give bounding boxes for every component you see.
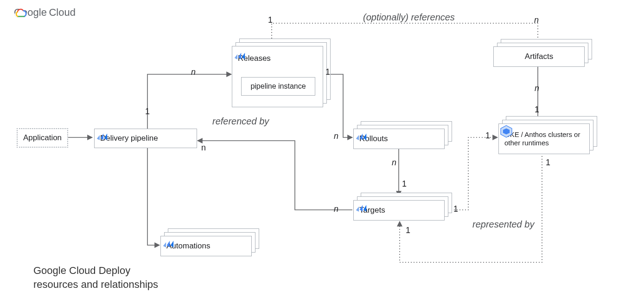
card-gke-top-one: 1 <box>535 105 539 115</box>
card-gke-bottom-one: 1 <box>546 158 550 168</box>
card-gke-left-one: 1 <box>485 131 490 141</box>
delivery-pipeline-icon <box>95 129 109 144</box>
card-dp-right-n: n <box>201 143 206 153</box>
kubernetes-icon <box>499 124 514 139</box>
edge-label-represented-by: represented by <box>472 219 534 230</box>
edge-label-opt-references: (optionally) references <box>363 12 455 23</box>
edge-label-referenced-by: referenced by <box>212 116 269 127</box>
card-targets-top-one: 1 <box>402 179 407 189</box>
node-pipeline-instance-label: pipeline instance <box>250 82 306 91</box>
automations-icon <box>161 236 176 251</box>
node-application: Application <box>17 128 68 148</box>
cloud-logo-icon <box>14 6 27 18</box>
card-rollouts-left-n: n <box>334 131 338 141</box>
card-targets-left-n: n <box>334 204 338 214</box>
node-automations: Automations <box>160 236 252 256</box>
card-rollouts-n-down: n <box>392 158 396 168</box>
card-releases-top-one: 1 <box>268 15 273 25</box>
node-releases: Releases <box>232 46 323 107</box>
card-releases-right-one: 1 <box>325 67 330 77</box>
card-artifacts-top-n: n <box>534 15 539 25</box>
card-dp-releases-n: n <box>191 67 196 77</box>
card-artifacts-bottom-n: n <box>535 84 539 93</box>
node-rollouts: Rollouts <box>353 129 445 149</box>
node-targets: Targets <box>353 200 445 221</box>
card-targets-right-one: 1 <box>453 204 458 214</box>
node-runtimes-label: GKE / Anthos clusters or other runtimes <box>504 130 585 147</box>
card-targets-bottom-one: 1 <box>406 226 410 235</box>
rollouts-icon <box>354 129 369 144</box>
brand-cloud-text: Cloud <box>49 6 75 19</box>
card-dp-one: 1 <box>145 107 150 117</box>
node-application-label: Application <box>23 133 62 143</box>
google-cloud-logo: Google Cloud <box>14 6 76 19</box>
releases-icon <box>232 48 247 63</box>
node-artifacts-label: Artifacts <box>525 52 553 61</box>
node-artifacts: Artifacts <box>493 46 585 67</box>
node-pipeline-instance: pipeline instance <box>241 77 315 96</box>
node-runtimes: GKE / Anthos clusters or other runtimes <box>498 124 590 154</box>
targets-icon <box>354 201 369 215</box>
node-delivery-pipeline: Delivery pipeline <box>94 129 197 148</box>
caption-line1: Google Cloud Deploy <box>33 265 130 277</box>
caption-line2: resources and relationships <box>33 279 158 291</box>
